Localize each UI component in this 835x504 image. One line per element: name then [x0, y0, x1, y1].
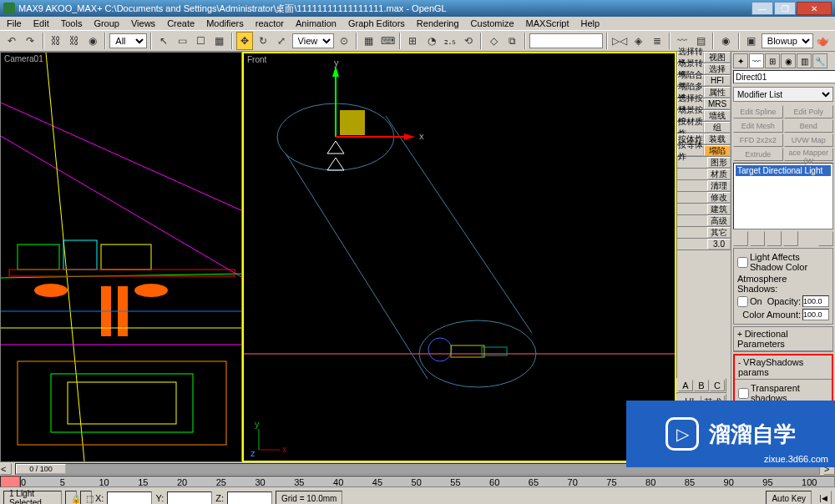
- mirror-button[interactable]: ⧉: [504, 32, 521, 50]
- percent-snap-button[interactable]: ₂.₅: [442, 32, 458, 50]
- pivot-button[interactable]: ⊙: [336, 32, 352, 50]
- sidepanel-right-1[interactable]: 选择: [704, 63, 731, 74]
- viewport-front[interactable]: Front: [242, 52, 676, 462]
- rotate-button[interactable]: ↻: [255, 32, 271, 50]
- remove-mod-button[interactable]: [783, 231, 798, 246]
- sidepanel-right-11[interactable]: 清理: [707, 180, 731, 191]
- sidepanel-right-4[interactable]: MRS: [704, 98, 731, 109]
- transparent-shadows-checkbox[interactable]: [738, 388, 749, 399]
- angle-snap-button[interactable]: ◔: [423, 32, 440, 50]
- spinner-snap-button[interactable]: ⟲: [460, 32, 477, 50]
- sidepanel-right-10[interactable]: 材质: [707, 169, 731, 179]
- quick-render-button[interactable]: 🫖: [815, 32, 832, 50]
- layer-a[interactable]: A: [678, 380, 693, 391]
- y-input[interactable]: [167, 491, 212, 504]
- sidepanel-right-13[interactable]: 建筑: [707, 204, 731, 214]
- window-crossing-button[interactable]: ▦: [210, 32, 227, 50]
- sidepanel-right-3[interactable]: 属性: [704, 87, 731, 98]
- named-selection-input[interactable]: [529, 33, 603, 48]
- maximize-button[interactable]: ❐: [774, 2, 796, 15]
- menu-file[interactable]: File: [2, 18, 27, 28]
- scale-button[interactable]: ⤢: [273, 32, 290, 50]
- modifier-list-dropdown[interactable]: Modifier List: [733, 87, 833, 102]
- pin-stack-button[interactable]: [733, 231, 748, 246]
- sidepanel-right-12[interactable]: 修改: [707, 192, 731, 203]
- keyboard-button[interactable]: ⌨: [379, 32, 396, 50]
- display-tab[interactable]: ▥: [797, 53, 812, 68]
- menu-modifiers[interactable]: Modifiers: [201, 18, 249, 28]
- z-input[interactable]: [227, 491, 272, 504]
- modifier-stack[interactable]: Target Directional Light: [733, 163, 833, 229]
- x-input[interactable]: [107, 491, 152, 504]
- mod-edit-mesh[interactable]: Edit Mesh: [733, 119, 783, 133]
- opacity-input[interactable]: [802, 295, 829, 307]
- layer-c[interactable]: C: [710, 380, 725, 391]
- hierarchy-tab[interactable]: ⊞: [765, 53, 780, 68]
- mod-edit-spline[interactable]: Edit Spline: [733, 105, 783, 118]
- layers-button[interactable]: ≣: [648, 32, 665, 50]
- menu-help[interactable]: Help: [576, 18, 605, 28]
- mod-bend[interactable]: Bend: [784, 119, 834, 133]
- track-button[interactable]: [0, 476, 20, 487]
- menu-group[interactable]: Group: [89, 18, 124, 28]
- menu-create[interactable]: Create: [162, 18, 200, 28]
- selection-filter[interactable]: All: [109, 33, 146, 48]
- close-button[interactable]: ✕: [797, 2, 832, 15]
- mod-uvw[interactable]: UVW Map: [784, 134, 834, 147]
- align-button[interactable]: ◈: [630, 32, 646, 50]
- unlink-button[interactable]: ⛓: [66, 32, 83, 50]
- redo-button[interactable]: ↷: [22, 32, 38, 50]
- sidepanel-right-16[interactable]: 3.0: [707, 239, 731, 249]
- menu-reactor[interactable]: reactor: [250, 18, 289, 28]
- mirror-tool-button[interactable]: ▷◁: [611, 32, 628, 50]
- refcoord-dropdown[interactable]: View: [292, 33, 334, 48]
- modify-tab[interactable]: 〰: [749, 53, 764, 68]
- sidepanel-left-8[interactable]: 按等体炸: [677, 145, 704, 156]
- select-button[interactable]: ↖: [155, 32, 172, 50]
- mod-extrude[interactable]: Extrude: [733, 148, 783, 161]
- snap-button[interactable]: ⊞: [404, 32, 421, 50]
- menu-maxscript[interactable]: MAXScript: [521, 18, 574, 28]
- mod-edit-poly[interactable]: Edit Poly: [784, 105, 834, 118]
- autokey-button[interactable]: Auto Key: [766, 491, 812, 504]
- bind-button[interactable]: ◉: [84, 32, 101, 50]
- select-region-button[interactable]: ☐: [192, 32, 209, 50]
- utilities-tab[interactable]: 🔧: [812, 53, 827, 68]
- layer-b[interactable]: B: [694, 380, 709, 391]
- show-result-button[interactable]: [750, 231, 765, 246]
- select-name-button[interactable]: ▭: [174, 32, 190, 50]
- undo-button[interactable]: ↶: [3, 32, 20, 50]
- sidepanel-left-6[interactable]: 按材质炸: [677, 122, 704, 133]
- atmos-on-checkbox[interactable]: [737, 296, 748, 307]
- sidepanel-right-6[interactable]: 组: [704, 122, 731, 133]
- stack-item[interactable]: Target Directional Light: [736, 165, 831, 176]
- link-button[interactable]: ⛓: [48, 32, 64, 50]
- render-scene-button[interactable]: ▣: [743, 32, 760, 50]
- move-button[interactable]: ✥: [236, 32, 253, 50]
- sidepanel-right-2[interactable]: HFI: [704, 75, 731, 86]
- light-affects-checkbox[interactable]: [737, 257, 748, 268]
- sidepanel-right-5[interactable]: 墙线: [704, 110, 731, 121]
- directional-rollout[interactable]: + Directional Parameters: [733, 326, 833, 352]
- viewport-camera[interactable]: Camera01: [0, 52, 242, 462]
- sidepanel-right-8[interactable]: 塌陷: [704, 145, 731, 156]
- sidepanel-right-7[interactable]: 装载: [704, 134, 731, 144]
- minimize-button[interactable]: —: [752, 2, 773, 15]
- manipulate-button[interactable]: ▦: [361, 32, 377, 50]
- named-sel-button[interactable]: ◇: [485, 32, 502, 50]
- menu-edit[interactable]: Edit: [28, 18, 54, 28]
- sidepanel-right-15[interactable]: 其它: [707, 227, 731, 238]
- material-button[interactable]: ◉: [717, 32, 734, 50]
- timeline-lock[interactable]: <: [0, 463, 12, 475]
- lock-selection[interactable]: 🔒: [65, 491, 77, 504]
- goto-start[interactable]: |◀: [815, 491, 832, 504]
- mod-ffd[interactable]: FFD 2x2x2: [733, 134, 783, 147]
- menu-customize[interactable]: Customize: [466, 18, 519, 28]
- menu-animation[interactable]: Animation: [291, 18, 342, 28]
- coloramt-input[interactable]: [802, 309, 829, 320]
- menu-grapheditors[interactable]: Graph Editors: [343, 18, 410, 28]
- object-name-input[interactable]: [733, 70, 835, 83]
- sidepanel-right-0[interactable]: 视图: [704, 52, 731, 63]
- create-tab[interactable]: ✦: [733, 53, 748, 68]
- menu-rendering[interactable]: Rendering: [412, 18, 464, 28]
